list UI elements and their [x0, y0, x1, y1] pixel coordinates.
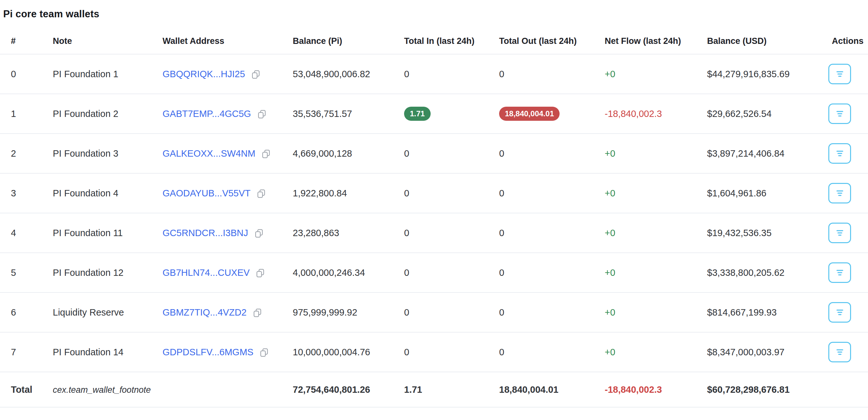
balance-usd-value: $19,432,536.35 — [707, 228, 772, 238]
cell-row-index: 7 — [0, 332, 53, 372]
cell-total-in: 0 — [404, 213, 499, 253]
row-index: 2 — [11, 148, 16, 159]
filter-lines-icon — [836, 150, 844, 157]
cell-wallet-note: PI Foundation 12 — [53, 253, 162, 292]
cell-row-index: 0 — [0, 54, 53, 94]
cell-net-flow: +0 — [605, 173, 707, 213]
table-row: 6 Liquidity Reserve GBMZ7TIQ...4VZD2 975… — [0, 292, 868, 332]
cell-net-flow: +0 — [605, 292, 707, 332]
cell-total-net-flow: -18,840,002.3 — [605, 372, 707, 407]
cell-balance-pi: 23,280,863 — [293, 213, 404, 253]
cell-wallet-address: GBMZ7TIQ...4VZD2 — [162, 292, 293, 332]
total-out-value: 18,840,004.01 — [499, 107, 560, 121]
wallet-table: # Note Wallet Address Balance (Pi) Total… — [0, 29, 868, 408]
filter-lines-icon — [836, 110, 844, 117]
wallet-note: PI Foundation 3 — [53, 148, 118, 159]
row-index: 7 — [11, 347, 16, 357]
cell-wallet-note: Liquidity Reserve — [53, 292, 162, 332]
cell-actions — [826, 253, 868, 292]
copy-icon[interactable] — [262, 149, 270, 159]
cell-balance-usd: $1,604,961.86 — [707, 173, 826, 213]
filter-lines-icon — [836, 190, 844, 197]
cell-net-flow: +0 — [605, 332, 707, 372]
balance-usd-value: $44,279,916,835.69 — [707, 69, 789, 79]
cell-actions — [826, 94, 868, 134]
total-balance-usd-value: $60,728,298,676.81 — [707, 385, 789, 395]
copy-icon[interactable] — [255, 229, 263, 238]
col-header-total-in: Total In (last 24h) — [404, 29, 499, 54]
table-row: 2 PI Foundation 3 GALKEOXX...SW4NM 4,669… — [0, 134, 868, 173]
filter-lines-icon — [836, 348, 844, 356]
wallet-address-link[interactable]: GALKEOXX...SW4NM — [162, 148, 255, 159]
balance-usd-value: $814,667,199.93 — [707, 307, 777, 317]
cell-total-in: 0 — [404, 54, 499, 94]
row-actions-button[interactable] — [828, 64, 851, 84]
total-out-value: 0 — [499, 228, 504, 238]
row-actions-button[interactable] — [828, 223, 851, 243]
total-in-value: 0 — [404, 69, 409, 79]
cell-wallet-address: GBQQRIQK...HJI25 — [162, 54, 293, 94]
cell-net-flow: +0 — [605, 253, 707, 292]
total-out-value: 0 — [499, 347, 504, 357]
copy-icon[interactable] — [257, 189, 266, 198]
col-header-actions: Actions — [826, 29, 868, 54]
balance-pi-value: 975,999,999.92 — [293, 307, 358, 317]
cell-net-flow: +0 — [605, 134, 707, 173]
row-index: 1 — [11, 109, 16, 119]
wallet-address-link[interactable]: GAODAYUB...V55VT — [162, 188, 250, 198]
cell-actions — [826, 54, 868, 94]
wallet-address-link[interactable]: GB7HLN74...CUXEV — [162, 268, 250, 278]
row-actions-button[interactable] — [828, 342, 851, 362]
cell-wallet-note: PI Foundation 11 — [53, 213, 162, 253]
row-actions-button[interactable] — [828, 104, 851, 124]
cell-net-flow: +0 — [605, 54, 707, 94]
total-in-sum-value: 1.71 — [404, 385, 422, 395]
row-index: 0 — [11, 69, 16, 79]
row-actions-button[interactable] — [828, 183, 851, 203]
wallet-address-link[interactable]: GABT7EMP...4GC5G — [162, 109, 251, 119]
wallet-note: PI Foundation 14 — [53, 347, 124, 357]
wallet-note: PI Foundation 1 — [53, 69, 118, 79]
total-out-value: 0 — [499, 69, 504, 79]
table-row: 4 PI Foundation 11 GC5RNDCR...I3BNJ 23,2… — [0, 213, 868, 253]
copy-icon[interactable] — [251, 70, 260, 79]
row-actions-button[interactable] — [828, 143, 851, 164]
cell-total-out: 18,840,004.01 — [499, 94, 605, 134]
cell-actions — [826, 332, 868, 372]
cell-total-in: 1.71 — [404, 94, 499, 134]
cell-row-index: 6 — [0, 292, 53, 332]
copy-icon[interactable] — [253, 308, 262, 317]
col-header-total-out: Total Out (last 24h) — [499, 29, 605, 54]
wallet-address-link[interactable]: GBQQRIQK...HJI25 — [162, 69, 245, 79]
total-in-value: 1.71 — [404, 107, 431, 121]
cell-balance-pi: 10,000,000,004.76 — [293, 332, 404, 372]
balance-pi-value: 4,000,000,246.34 — [293, 268, 365, 278]
cell-wallet-address: GALKEOXX...SW4NM — [162, 134, 293, 173]
cell-total-label: Total — [0, 372, 53, 407]
cell-balance-usd: $19,432,536.35 — [707, 213, 826, 253]
copy-icon[interactable] — [260, 348, 269, 357]
copy-icon[interactable] — [257, 110, 266, 119]
cell-total-out: 0 — [499, 253, 605, 292]
wallet-address-link[interactable]: GBMZ7TIQ...4VZD2 — [162, 307, 247, 317]
cell-net-flow: +0 — [605, 213, 707, 253]
net-flow-value: +0 — [605, 307, 615, 317]
total-out-sum-value: 18,840,004.01 — [499, 385, 558, 395]
balance-pi-value: 10,000,000,004.76 — [293, 347, 370, 357]
balance-pi-value: 23,280,863 — [293, 228, 339, 238]
row-index: 3 — [11, 188, 16, 198]
cell-wallet-note: PI Foundation 1 — [53, 54, 162, 94]
table-row: 0 PI Foundation 1 GBQQRIQK...HJI25 53,04… — [0, 54, 868, 94]
total-out-value: 0 — [499, 148, 504, 159]
wallet-address-link[interactable]: GC5RNDCR...I3BNJ — [162, 228, 248, 238]
row-actions-button[interactable] — [828, 262, 851, 283]
cell-total-in: 0 — [404, 332, 499, 372]
total-in-value: 0 — [404, 268, 409, 278]
wallet-address-link[interactable]: GDPDSLFV...6MGMS — [162, 347, 253, 357]
row-actions-button[interactable] — [828, 302, 851, 323]
balance-usd-value: $8,347,000,003.97 — [707, 347, 784, 357]
cell-wallet-note: PI Foundation 2 — [53, 94, 162, 134]
copy-icon[interactable] — [256, 269, 265, 278]
cell-total-out: 0 — [499, 173, 605, 213]
balance-usd-value: $29,662,526.54 — [707, 109, 772, 119]
